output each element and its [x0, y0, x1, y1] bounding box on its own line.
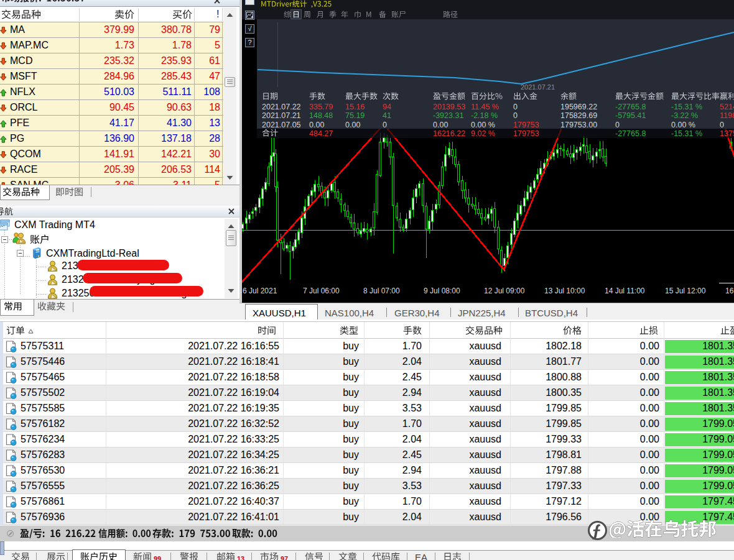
svg-text:7 Jul 06:00: 7 Jul 06:00 [303, 287, 340, 295]
svg-text:9 Jul 08:00: 9 Jul 08:00 [424, 287, 460, 295]
svg-text:6 Jul 2021: 6 Jul 2021 [243, 287, 277, 295]
svg-text:14 Jul 11:00: 14 Jul 11:00 [605, 287, 645, 295]
svg-text:15 Jul 12:00: 15 Jul 12:00 [665, 287, 706, 295]
svg-text:8 Jul 07:00: 8 Jul 07:00 [363, 287, 400, 295]
svg-text:13 Jul 10:00: 13 Jul 10:00 [544, 287, 585, 295]
svg-text:2021.07.21: 2021.07.21 [521, 83, 555, 91]
svg-text:16 Jul 13:00: 16 Jul 13:00 [725, 287, 734, 295]
svg-text:12 Jul 09:00: 12 Jul 09:00 [484, 287, 525, 295]
